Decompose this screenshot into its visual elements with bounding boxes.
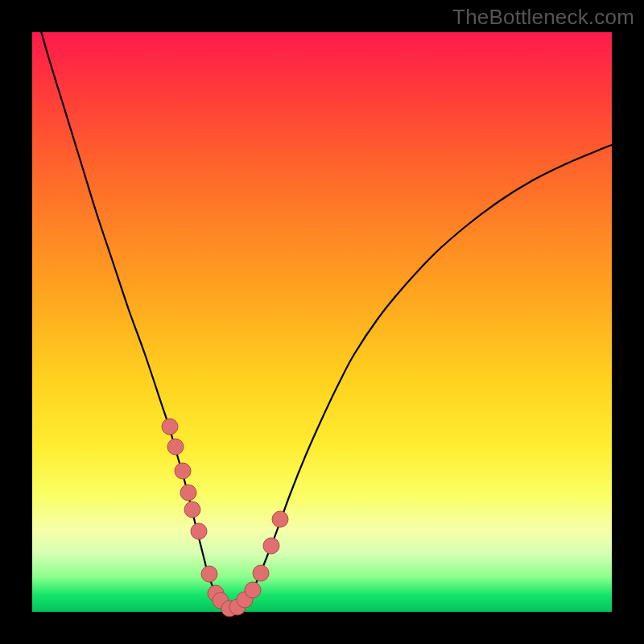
marker-dot — [167, 439, 184, 455]
curve-path — [32, 0, 612, 609]
marker-dot — [175, 463, 191, 479]
marker-dot — [191, 523, 207, 539]
marker-dot — [162, 419, 178, 435]
marker-dot — [263, 538, 279, 554]
plot-svg — [32, 32, 612, 612]
marker-dot — [272, 511, 288, 527]
marker-dot — [201, 566, 217, 582]
marker-dot — [253, 565, 269, 581]
plot-area — [32, 32, 612, 612]
marker-layer — [162, 419, 288, 617]
marker-dot — [245, 582, 261, 598]
watermark-text: TheBottleneck.com — [452, 5, 634, 30]
chart-frame: TheBottleneck.com — [0, 0, 644, 644]
marker-dot — [184, 502, 200, 518]
marker-dot — [180, 485, 196, 501]
